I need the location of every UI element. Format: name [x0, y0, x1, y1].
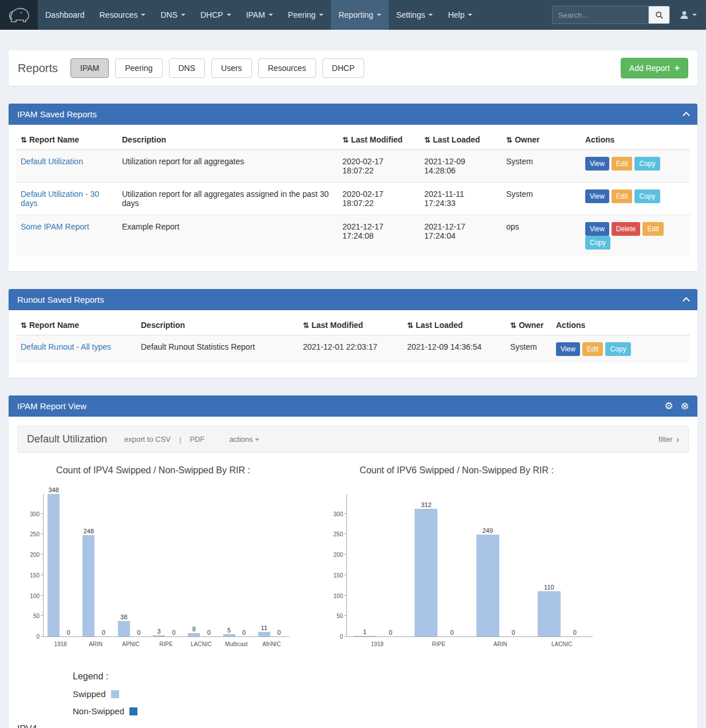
search-group [552, 6, 670, 24]
x-axis-label: LACNIC [531, 641, 593, 647]
nav-item-label: Help [448, 10, 464, 19]
nav-item-dashboard[interactable]: Dashboard [38, 0, 92, 30]
copy-button[interactable]: Copy [585, 236, 610, 250]
bar-value-label: 0 [102, 629, 105, 636]
column-label: Actions [585, 135, 614, 144]
report-name-link[interactable]: Some IPAM Report [21, 222, 89, 231]
copy-button[interactable]: Copy [634, 157, 660, 171]
tab-ipam[interactable]: IPAM [70, 58, 109, 78]
user-menu-button[interactable] [679, 10, 697, 20]
plus-icon: + [675, 64, 680, 73]
tab-peering[interactable]: Peering [115, 58, 162, 78]
bar-swipped [476, 535, 499, 636]
brand-logo[interactable] [0, 0, 38, 30]
tab-resources[interactable]: Resources [258, 58, 316, 78]
divider: | [179, 435, 181, 444]
description-cell: Default Runout Statistics Report [136, 335, 298, 363]
column-header-last-modified[interactable]: ⇅Last Modified [338, 128, 420, 150]
column-header-last-modified[interactable]: ⇅Last Modified [298, 314, 403, 335]
bar-value-label: 248 [84, 528, 94, 535]
column-header-report-name[interactable]: ⇅Report Name [16, 128, 117, 150]
column-label: Actions [556, 321, 585, 330]
column-header-report-name[interactable]: ⇅Report Name [16, 314, 136, 335]
nav-item-reporting[interactable]: Reporting [331, 0, 389, 30]
tab-users[interactable]: Users [211, 58, 252, 78]
close-panel-icon[interactable]: ⊗ [681, 401, 689, 411]
nav-item-ipam[interactable]: IPAM [239, 0, 281, 30]
nav-item-dns[interactable]: DNS [153, 0, 193, 30]
bar-column: 348 [48, 486, 60, 636]
search-input[interactable] [552, 6, 648, 24]
edit-button[interactable]: Edit [582, 342, 604, 356]
bar-value-label: 3 [157, 628, 160, 635]
y-tick-label: 250 [333, 531, 343, 537]
collapse-panel-icon[interactable] [683, 112, 690, 119]
sort-icon: ⇅ [21, 136, 27, 144]
last-loaded-cell: 2021-12-09 14:36:54 [403, 335, 506, 363]
view-button[interactable]: View [556, 342, 580, 356]
nav-item-dhcp[interactable]: DHCP [193, 0, 239, 30]
settings-gear-icon[interactable]: ⚙ [665, 401, 673, 411]
report-name-link[interactable]: Default Utilization - 30 days [21, 189, 99, 208]
caret-down-icon [377, 14, 381, 16]
view-button[interactable]: View [585, 222, 609, 236]
reports-toolbar: Reports IPAMPeeringDNSUsersResourcesDHCP… [9, 50, 697, 86]
column-header-last-loaded[interactable]: ⇅Last Loaded [420, 128, 502, 150]
tab-dns[interactable]: DNS [169, 58, 206, 78]
column-label: Last Loaded [433, 135, 480, 144]
plot-area: 05010015020025030010312024901100 [346, 494, 593, 637]
bar-column: 0 [97, 629, 109, 636]
filter-toggle[interactable]: filter › [658, 435, 679, 444]
edit-button[interactable]: Edit [642, 222, 664, 236]
report-category-tabs: IPAMPeeringDNSUsersResourcesDHCP [70, 58, 370, 78]
bar-value-label: 0 [137, 629, 140, 636]
x-axis-label: Multicast [219, 641, 254, 647]
column-header-owner[interactable]: ⇅Owner [502, 128, 581, 150]
column-header-actions: Actions [551, 314, 690, 335]
pdf-link[interactable]: PDF [190, 435, 204, 444]
legend-swatch [111, 690, 119, 698]
bar-value-label: 0 [389, 629, 392, 636]
bar-value-label: 11 [261, 624, 267, 631]
bar-column: 312 [415, 501, 437, 636]
nav-item-resources[interactable]: Resources [92, 0, 153, 30]
bar-groups: 10312024901100 [347, 501, 593, 636]
column-header-description: Description [136, 314, 298, 335]
edit-button[interactable]: Edit [612, 157, 633, 171]
y-tick-label: 0 [340, 634, 343, 640]
owner-cell: System [502, 183, 581, 215]
bar-column: 11 [258, 624, 270, 636]
nav-item-help[interactable]: Help [440, 0, 480, 30]
actions-menu-link[interactable]: actions + [229, 435, 259, 444]
delete-button[interactable]: Delete [612, 222, 641, 236]
bar-group-ripe: 30 [153, 628, 180, 636]
nav-item-peering[interactable]: Peering [281, 0, 331, 30]
column-header-last-loaded[interactable]: ⇅Last Loaded [403, 314, 506, 335]
copy-button[interactable]: Copy [634, 189, 660, 203]
y-tick-label: 50 [337, 613, 343, 619]
sort-icon: ⇅ [407, 321, 413, 330]
report-name-link[interactable]: Default Runout - All types [21, 342, 111, 351]
add-report-label: Add Report [629, 64, 670, 73]
page: DashboardResourcesDNSDHCPIPAMPeeringRepo… [0, 0, 706, 728]
copy-button[interactable]: Copy [605, 342, 630, 356]
bar-group-1918: 10 [353, 628, 402, 636]
bar-column: 3 [153, 628, 165, 636]
collapse-panel-icon[interactable] [683, 297, 690, 304]
export-csv-link[interactable]: export to CSV [124, 435, 171, 444]
bar-value-label: 0 [277, 629, 281, 636]
top-navbar: DashboardResourcesDNSDHCPIPAMPeeringRepo… [0, 0, 706, 30]
search-button[interactable] [648, 6, 670, 24]
nav-item-settings[interactable]: Settings [389, 0, 441, 30]
bar-value-label: 110 [544, 584, 554, 591]
add-report-button[interactable]: Add Report + [621, 58, 688, 78]
view-button[interactable]: View [585, 189, 609, 203]
tab-dhcp[interactable]: DHCP [322, 58, 365, 78]
view-button[interactable]: View [585, 157, 609, 171]
edit-button[interactable]: Edit [612, 189, 633, 203]
bar-value-label: 0 [512, 629, 515, 636]
column-header-owner[interactable]: ⇅Owner [506, 314, 551, 335]
bar-swipped [353, 636, 376, 636]
bar-column: 0 [440, 629, 463, 636]
report-name-link[interactable]: Default Utilization [21, 157, 83, 166]
